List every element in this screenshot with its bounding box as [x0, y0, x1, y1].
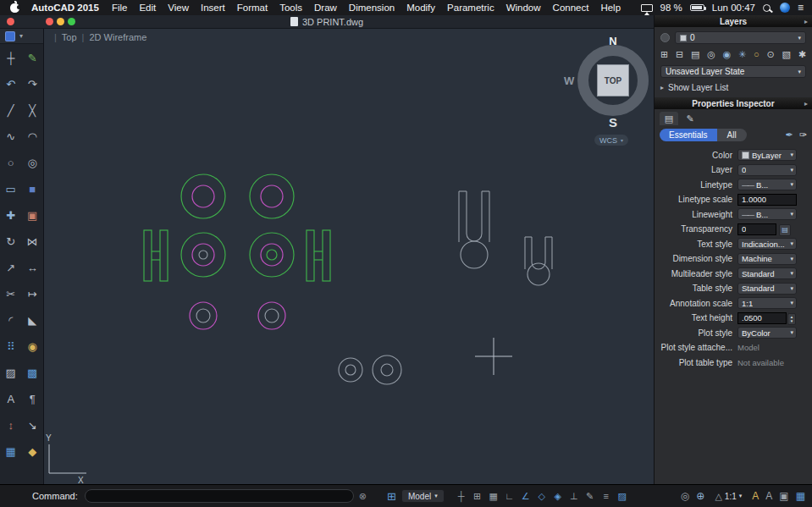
property-value-control[interactable]: 1.0000 ▾ ▤ ▴▾ — [737, 194, 797, 206]
tool-palette-header[interactable]: ▾ — [0, 29, 43, 44]
notification-center-icon[interactable]: ≡ — [798, 3, 804, 13]
property-value-control[interactable]: Indicacion... ▾ ▤ ▴▾ — [737, 238, 797, 250]
model-space-dropdown[interactable]: Model ▾ — [401, 489, 445, 503]
coordinates-icon[interactable]: ┼ — [455, 489, 468, 503]
property-value-control[interactable]: B... ▾ ▤ ▴▾ — [737, 179, 797, 190]
transparency-options-icon[interactable]: ▤ — [779, 224, 791, 236]
ellipse-tool-icon[interactable]: ◎ — [24, 154, 41, 171]
property-value-control[interactable]: 0 ▾ ▤ ▴▾ — [737, 223, 776, 235]
property-value-control[interactable]: 1:1 ▾ ▤ ▴▾ — [737, 297, 797, 309]
menu-item[interactable]: Draw — [308, 3, 343, 13]
rotate-tool-icon[interactable]: ↻ — [3, 233, 19, 250]
show-layer-list-toggle[interactable]: ▸ Show Layer List — [655, 78, 812, 97]
pointer-tool-icon[interactable]: ┼ — [3, 49, 19, 66]
value-stepper[interactable]: ▴▾ — [787, 313, 796, 325]
panel-collapse-icon[interactable]: ▸ — [804, 18, 808, 25]
array-tool-icon[interactable]: ⠿ — [3, 338, 19, 355]
redo-icon[interactable]: ↷ — [24, 75, 41, 92]
hardware-acceleration-icon[interactable]: ▦ — [796, 489, 805, 503]
clear-command-icon[interactable]: ⊗ — [359, 491, 367, 502]
circle-tool-icon[interactable]: ○ — [3, 154, 19, 171]
viewcube[interactable]: N S W E TOP — [571, 38, 654, 123]
object-snap-tracking-icon[interactable]: ◈ — [551, 489, 565, 503]
annotation-monitor-icon[interactable]: ▣ — [779, 489, 788, 503]
wcs-dropdown[interactable]: WCS ▾ — [594, 135, 628, 146]
properties-panel-header[interactable]: Properties Inspector ▸ — [655, 97, 812, 109]
viewcube-west[interactable]: W — [564, 74, 574, 87]
appearance-tab-icon[interactable]: ✎ — [681, 112, 699, 125]
globe-icon[interactable] — [780, 3, 790, 13]
viewport-visual-style-control[interactable]: 2D Wireframe — [89, 32, 146, 42]
menu-item[interactable]: Connect — [547, 3, 595, 13]
navigation-wheel-icon[interactable]: ◎ — [681, 489, 689, 503]
offset-tool-icon[interactable]: ◉ — [24, 338, 41, 355]
menu-item[interactable]: View — [162, 3, 195, 13]
window-close-button[interactable] — [46, 18, 53, 25]
block-tool-icon[interactable]: ◆ — [24, 443, 41, 460]
menu-item[interactable]: Edit — [133, 3, 162, 13]
annotation-scale-dropdown[interactable]: △ 1:1 ▾ — [715, 489, 742, 503]
viewcube-north[interactable]: N — [609, 35, 616, 47]
trim-tool-icon[interactable]: ✂ — [3, 285, 19, 302]
property-value-control[interactable]: Machine ▾ ▤ ▴▾ — [737, 253, 797, 265]
menu-item[interactable]: Insert — [195, 3, 231, 13]
property-value-control[interactable]: Not available ▾ ▤ ▴▾ — [737, 356, 797, 368]
layer-delete-icon[interactable]: ⊟ — [676, 48, 683, 60]
viewport-view-control[interactable]: Top — [62, 32, 77, 42]
extend-tool-icon[interactable]: ↦ — [24, 285, 41, 302]
green-geometry[interactable] — [144, 174, 330, 281]
ortho-icon[interactable]: ∟ — [503, 489, 516, 503]
property-value-control[interactable]: Standard ▾ ▤ ▴▾ — [737, 283, 797, 295]
lineweight-icon[interactable]: ≡ — [599, 489, 613, 503]
property-value-control[interactable]: 0 ▾ ▤ ▴▾ — [737, 164, 797, 176]
dynamic-ucs-icon[interactable]: ⊥ — [567, 489, 581, 503]
layer-new-icon[interactable]: ⊞ — [660, 48, 668, 60]
airplay-icon[interactable] — [641, 4, 653, 12]
polar-tracking-icon[interactable]: ∠ — [519, 489, 533, 503]
construction-line-icon[interactable]: ╳ — [24, 102, 41, 118]
layer-lock-icon[interactable]: ⊙ — [767, 48, 775, 60]
panel-collapse-icon[interactable]: ▸ — [804, 100, 808, 107]
viewcube-south[interactable]: S — [609, 115, 617, 130]
stretch-tool-icon[interactable]: ↔ — [24, 259, 41, 276]
layer-state-icon[interactable]: ▤ — [691, 48, 699, 60]
transparency-icon[interactable]: ▨ — [616, 489, 629, 503]
spotlight-search-icon[interactable] — [763, 4, 771, 12]
property-value-control[interactable]: .0500 ▾ ▤ ▴▾ — [737, 312, 787, 324]
text-tool-icon[interactable]: A — [3, 390, 19, 407]
line-tool-icon[interactable]: ╱ — [3, 102, 19, 118]
layer-freeze-icon[interactable]: ✳ — [738, 48, 746, 60]
dynamic-input-icon[interactable]: ✎ — [583, 489, 597, 503]
mirror-tool-icon[interactable]: ⋈ — [24, 233, 41, 250]
layer-settings-icon[interactable]: ✱ — [798, 48, 806, 60]
current-layer-dropdown[interactable]: 0 ▾ — [675, 31, 806, 44]
menu-item[interactable]: Parametric — [441, 3, 500, 13]
annotation-autoscale-icon[interactable]: A — [765, 489, 772, 503]
layers-panel-header[interactable]: Layers ▸ — [655, 15, 812, 27]
annotation-visibility-icon[interactable]: A — [752, 489, 759, 503]
window-zoom-button[interactable] — [68, 18, 75, 25]
snap-icon[interactable]: ⊞ — [471, 489, 484, 503]
object-snap-icon[interactable]: ◇ — [535, 489, 549, 503]
layer-state-dropdown[interactable]: Unsaved Layer State ▾ — [660, 65, 806, 78]
gradient-tool-icon[interactable]: ▩ — [24, 364, 41, 381]
fillet-tool-icon[interactable]: ◜ — [3, 311, 19, 328]
undo-icon[interactable]: ↶ — [3, 75, 19, 92]
apple-logo-icon[interactable] — [10, 3, 19, 13]
menu-item[interactable]: Help — [594, 3, 627, 13]
move-tool-icon[interactable]: ✚ — [3, 207, 19, 223]
menubar-clock[interactable]: Lun 00:47 — [712, 3, 755, 13]
layer-unisolate-icon[interactable]: ◉ — [723, 48, 732, 60]
menu-item[interactable]: Tools — [273, 3, 308, 13]
copy-tool-icon[interactable]: ▣ — [24, 207, 41, 223]
property-value-control[interactable]: Model ▾ ▤ ▴▾ — [737, 342, 797, 354]
drawing-canvas[interactable]: | Top | 2D Wireframe — [44, 29, 654, 484]
essentials-tab[interactable]: Essentials — [660, 129, 717, 141]
mtext-tool-icon[interactable]: ¶ — [24, 390, 41, 407]
layout-grid-icon[interactable]: ⊞ — [387, 490, 396, 503]
layer-color-icon[interactable]: ▧ — [782, 48, 791, 60]
property-value-control[interactable]: ByColor ▾ ▤ ▴▾ — [737, 327, 797, 339]
chamfer-tool-icon[interactable]: ◣ — [24, 311, 41, 328]
menu-item[interactable]: Dimension — [343, 3, 400, 13]
hatch-tool-icon[interactable]: ▨ — [3, 364, 19, 381]
